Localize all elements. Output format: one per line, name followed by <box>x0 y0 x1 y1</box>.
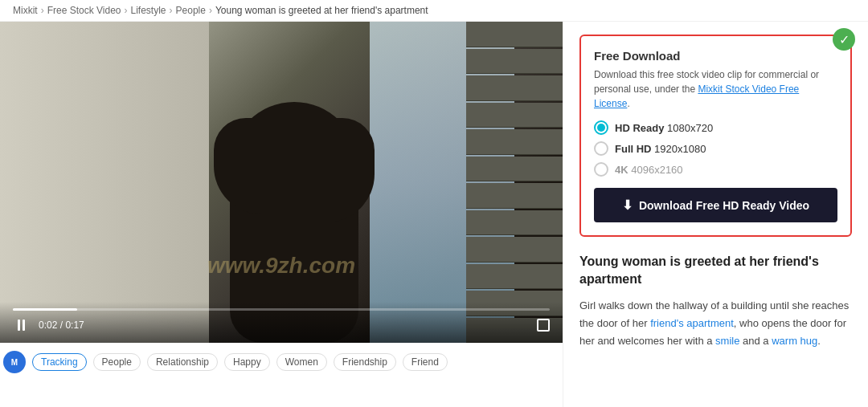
controls-row: 0:02 / 0:17 <box>13 317 550 333</box>
tag-friendship[interactable]: Friendship <box>334 353 396 371</box>
download-section: Free Download Download this free stock v… <box>579 35 852 237</box>
breadcrumb-people[interactable]: People <box>176 5 206 16</box>
time-display: 0:02 / 0:17 <box>39 319 84 331</box>
bg-shutters <box>466 22 563 343</box>
download-icon: ⬇ <box>622 197 633 213</box>
free-download-description: Download this free stock video clip for … <box>594 67 837 111</box>
tag-relationship[interactable]: Relationship <box>147 353 218 371</box>
desc-highlight-2: smile <box>715 335 739 347</box>
breadcrumb-mixkit[interactable]: Mixkit <box>13 5 38 16</box>
breadcrumb: Mixkit › Free Stock Video › Lifestyle › … <box>0 0 868 22</box>
resolution-fullhd[interactable]: Full HD 1920x1080 <box>594 141 837 156</box>
resolution-4k[interactable]: 4K 4096x2160 <box>594 162 837 177</box>
resolution-hd-label: HD Ready 1080x720 <box>615 122 713 134</box>
resolution-fullhd-label: Full HD 1920x1080 <box>615 143 706 155</box>
breadcrumb-lifestyle[interactable]: Lifestyle <box>131 5 166 16</box>
right-panel: ✓ Free Download Download this free stock… <box>563 22 868 407</box>
bg-wall <box>0 22 209 343</box>
current-time: 0:02 <box>39 319 57 331</box>
radio-4k[interactable] <box>594 162 608 177</box>
desc-text-2: . <box>627 98 629 109</box>
verified-badge-area: ✓ <box>833 28 855 51</box>
radio-hd-inner <box>597 124 605 132</box>
desc-highlight-3: warm hug <box>772 335 817 347</box>
progress-fill <box>13 308 77 311</box>
main-content: www.9zh.com <box>0 22 868 407</box>
tag-happy[interactable]: Happy <box>224 353 270 371</box>
download-button[interactable]: ⬇ Download Free HD Ready Video <box>594 188 837 222</box>
radio-hd[interactable] <box>594 120 608 135</box>
breadcrumb-current: Young woman is greeted at her friend's a… <box>215 5 428 16</box>
controls-left: 0:02 / 0:17 <box>13 317 84 333</box>
resolution-hd[interactable]: HD Ready 1080x720 <box>594 120 837 135</box>
tags-row: M Tracking People Relationship Happy Wom… <box>0 343 563 381</box>
video-background <box>0 22 563 343</box>
video-controls: 0:02 / 0:17 <box>0 302 563 343</box>
progress-bar[interactable] <box>13 308 550 311</box>
download-btn-label: Download Free HD Ready Video <box>639 199 809 212</box>
video-title: Young woman is greeted at her friend's a… <box>579 253 852 289</box>
tag-friend[interactable]: Friend <box>403 353 448 371</box>
tag-women[interactable]: Women <box>276 353 327 371</box>
breadcrumb-free-stock[interactable]: Free Stock Video <box>47 5 121 16</box>
pause-button[interactable] <box>13 317 29 333</box>
video-section: www.9zh.com <box>0 22 563 407</box>
pause-icon <box>18 319 25 331</box>
page-wrapper: Mixkit › Free Stock Video › Lifestyle › … <box>0 0 868 407</box>
fullscreen-icon <box>537 319 550 332</box>
total-time: 0:17 <box>65 319 84 331</box>
tag-people[interactable]: People <box>93 353 141 371</box>
fullscreen-button[interactable] <box>537 319 550 332</box>
video-player[interactable]: www.9zh.com <box>0 22 563 343</box>
resolution-4k-label: 4K 4096x2160 <box>615 164 683 176</box>
free-download-title: Free Download <box>594 49 837 63</box>
radio-fullhd[interactable] <box>594 141 608 156</box>
tag-tracking[interactable]: Tracking <box>32 353 87 371</box>
desc-highlight-1: friend's apartment <box>650 317 734 329</box>
resolution-options: HD Ready 1080x720 Full HD 1920x1080 <box>594 120 837 177</box>
check-badge-icon: ✓ <box>833 28 855 51</box>
channel-avatar: M <box>3 351 26 373</box>
video-description: Girl walks down the hallway of a buildin… <box>579 297 852 350</box>
